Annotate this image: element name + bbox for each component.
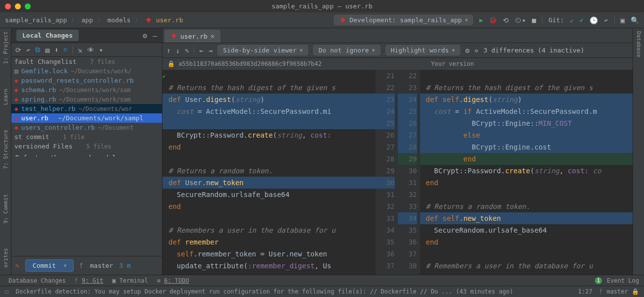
tab-label: user.rb <box>180 33 208 40</box>
shared-gutter: 2122 23 2425 26272829 30 31323334353637 … <box>376 70 420 275</box>
status-message: Dockerfile detection: You may setup Dock… <box>16 288 513 295</box>
panel-title[interactable]: Local Changes <box>16 30 79 41</box>
stop-button[interactable]: ■ <box>532 16 536 24</box>
history-button[interactable]: 🕒 <box>590 16 598 24</box>
file-item-selected[interactable]: ◆user.rb ~/Documents/work/sampl <box>11 113 162 123</box>
next-file-icon[interactable]: → <box>209 47 213 54</box>
run-button[interactable]: ▶ <box>479 16 483 24</box>
file-item[interactable]: ◆schema.rb~/Documents/work/sam <box>11 85 162 95</box>
changelist-name[interactable]: fault Changelist <box>14 58 76 65</box>
breadcrumb[interactable]: sample_rails_app〉 app〉 models〉 user.rb <box>5 16 183 25</box>
vcs-label: Git: <box>548 16 564 24</box>
breadcrumb-item[interactable]: models <box>107 16 131 24</box>
refresh-icon[interactable]: ⟳ <box>15 46 21 54</box>
commits-ahead[interactable]: 3 m <box>119 262 130 269</box>
left-revision: a55b118370a68536bd983d206886c9f9658b7b42 <box>178 60 322 67</box>
maximize-window-icon[interactable] <box>25 3 31 9</box>
diff-summary: 3 differences (4 inactive) <box>483 47 585 54</box>
next-diff-icon[interactable]: ↓ <box>175 47 179 54</box>
lock-icon[interactable]: 🔒 <box>632 288 639 295</box>
side-tab-project[interactable]: 1: Project <box>2 31 9 64</box>
side-tab-commit[interactable]: 9: Commit <box>2 194 9 224</box>
branch-icon: ᚶ <box>599 288 603 295</box>
highlight-select[interactable]: Highlight words▼ <box>385 45 460 55</box>
amend-icon[interactable]: ✎ <box>15 262 19 269</box>
file-item[interactable]: ◆spring.rb~/Documents/work/sam <box>11 95 162 104</box>
viewer-mode-select[interactable]: Side-by-side viewer▼ <box>217 45 308 55</box>
status-branch[interactable]: master <box>606 288 628 295</box>
tool-event-log[interactable]: Event Log <box>607 277 639 284</box>
right-revision: Your version <box>431 60 474 67</box>
edit-marker-icon[interactable]: ✎ <box>185 47 189 54</box>
changelist-icon[interactable]: ▤ <box>45 46 49 54</box>
section-name[interactable]: st commit <box>14 133 49 141</box>
right-code-pane[interactable]: # Returns the hash digest of the given s… <box>420 70 633 275</box>
search-everywhere-button[interactable]: 🔍 <box>631 16 639 24</box>
shelf-icon[interactable]: ⬇ <box>54 46 58 54</box>
branch-icon: ᚶ <box>80 262 84 269</box>
section-name[interactable]: versioned Files <box>14 143 72 150</box>
close-window-icon[interactable] <box>5 3 11 9</box>
svg-marker-2 <box>171 34 177 39</box>
file-item[interactable]: ◆users_controller.rb~/Document <box>11 123 162 132</box>
commit-button[interactable]: Commit ▼ <box>25 259 74 272</box>
side-tab-learn[interactable]: Learn <box>2 89 9 105</box>
update-project-button[interactable]: ↙ <box>570 16 574 24</box>
tool-git[interactable]: ᚶ 9: Git <box>75 277 104 284</box>
run-config-label: Development: sample_rails_app <box>349 16 462 24</box>
ok-gutter-icon: ✔ <box>162 71 166 83</box>
chevron-down-icon: ▼ <box>465 17 468 23</box>
branch-label[interactable]: master <box>90 262 113 269</box>
breadcrumb-item[interactable]: app <box>81 16 93 24</box>
side-tab-database[interactable]: Database <box>636 31 642 57</box>
ignore-select[interactable]: Do not ignore▼ <box>313 45 380 55</box>
commit-button[interactable]: ✔ <box>580 16 584 24</box>
file-item[interactable]: ◆password_resets_controller.rb <box>11 76 162 85</box>
ide-settings-button[interactable]: ▣ <box>621 16 625 24</box>
svg-marker-0 <box>146 17 151 23</box>
diff-icon[interactable]: ⧉ <box>35 46 40 54</box>
view-icon[interactable]: ▾ <box>99 46 103 54</box>
profiler-button[interactable]: ⏲▾ <box>515 16 526 24</box>
ruby-file-icon <box>170 33 177 40</box>
file-item[interactable]: ◆test_helper.rb~/Documents/wor <box>11 104 162 113</box>
eye-icon[interactable]: 👁 <box>87 46 94 54</box>
coverage-button[interactable]: ⟲ <box>503 16 509 24</box>
rails-icon <box>339 17 346 24</box>
svg-marker-1 <box>340 17 346 23</box>
rollback-button[interactable]: ↶ <box>604 16 608 24</box>
minimize-window-icon[interactable] <box>15 3 21 9</box>
window-title: sample_rails_app – user.rb <box>271 2 373 10</box>
lock-icon: 🔒 <box>167 60 175 67</box>
prev-diff-icon[interactable]: ↑ <box>166 47 170 54</box>
breadcrumb-item[interactable]: sample_rails_app <box>5 16 67 24</box>
side-tab-favorites[interactable]: orites <box>2 248 9 268</box>
tool-db-changes[interactable]: Database Changes <box>5 277 66 284</box>
group-icon[interactable]: ⌗ <box>63 46 67 54</box>
hector-icon[interactable]: ☐ <box>5 288 8 295</box>
changelist-count: 7 files <box>90 58 115 65</box>
run-config-selector[interactable]: Development: sample_rails_app ▼ <box>334 15 473 25</box>
expand-icon[interactable]: ⇲ <box>78 46 82 54</box>
breadcrumb-item[interactable]: user.rb <box>156 16 183 24</box>
collapse-icon[interactable]: » <box>475 47 479 54</box>
file-item[interactable]: ▤Gemfile.lock~/Documents/work/ <box>11 66 162 76</box>
tool-terminal[interactable]: ▣ Terminal <box>112 277 148 284</box>
ruby-file-icon <box>145 17 152 24</box>
editor-tab[interactable]: user.rb × <box>164 30 220 43</box>
close-tab-icon[interactable]: × <box>211 32 215 40</box>
left-code-pane[interactable]: ✔ # Returns the hash digest of the given… <box>162 70 376 275</box>
side-tab-structure[interactable]: 7: Structure <box>2 130 9 169</box>
gear-icon[interactable]: ⚙ <box>143 32 147 40</box>
tool-todo[interactable]: ≡ 6: TODO <box>157 277 189 284</box>
debug-button[interactable]: 🐞 <box>489 16 497 24</box>
minimize-panel-icon[interactable]: — <box>153 32 157 40</box>
prev-file-icon[interactable]: ← <box>199 47 203 54</box>
rollback-icon[interactable]: ↶ <box>26 46 30 54</box>
event-badge: 1 <box>595 277 602 284</box>
caret-position[interactable]: 1:27 <box>578 288 592 295</box>
settings-icon[interactable]: ⚙ <box>465 47 469 54</box>
